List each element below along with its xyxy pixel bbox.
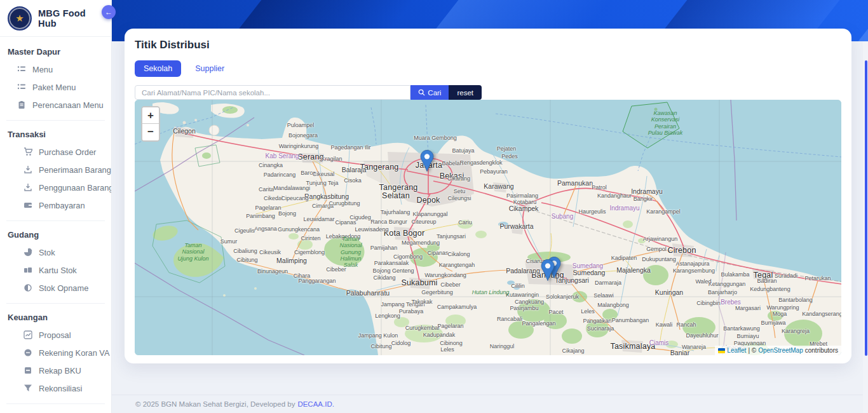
footer-text: © 2025 BGN Makan Sehat Bergizi, Develope… (135, 400, 295, 408)
scrollbar-thumb[interactable] (865, 60, 867, 356)
sidebar-section: KeuanganProposalRekening Koran VARekap B… (6, 303, 105, 402)
sidebar-item-penggunaan-barang[interactable]: Penggunaan Barang (6, 179, 105, 196)
penggunaan-barang-icon (23, 183, 32, 193)
sidebar-section: GudangStokKartu StokStok Opname (6, 220, 105, 302)
sidebar-item-label: Stok Opname (39, 283, 88, 293)
sidebar-item-label: Rekap BKU (39, 366, 81, 376)
tab-sekolah[interactable]: Sekolah (135, 60, 181, 77)
sidebar-nav: Master DapurMenuPaket MenuPerencanaan Me… (0, 37, 111, 413)
sidebar-item-stok[interactable]: Stok (6, 243, 105, 261)
attribution-separator: | © (748, 347, 756, 354)
sidebar-item-stok-opname[interactable]: Stok Opname (6, 279, 105, 297)
tab-supplier[interactable]: Supplier (186, 60, 233, 77)
sidebar-item-label: Paket Menu (32, 83, 76, 92)
sidebar-item-perencanaan-menu[interactable]: Perencanaan Menu (0, 96, 111, 114)
sidebar-item-penerimaan-barang[interactable]: Penerimaan Barang (6, 161, 105, 179)
sidebar: ★ MBG Food Hub Master DapurMenuPaket Men… (0, 0, 112, 413)
sidebar-section-label: Transaksi (6, 127, 105, 143)
sidebar-item-label: Stok (39, 248, 55, 257)
search-row: Cari reset (135, 85, 482, 100)
map-marker[interactable] (420, 150, 434, 172)
sidebar-item-label: Proposal (39, 330, 71, 340)
search-input[interactable] (135, 85, 410, 100)
sidebar-item-pembayaran[interactable]: Pembayaran (6, 196, 105, 214)
sidebar-item-label: Purchase Order (39, 147, 96, 157)
pembayaran-icon (23, 201, 32, 210)
leaflet-link[interactable]: Leaflet (727, 347, 746, 354)
sidebar-section-label: Laporan (6, 410, 105, 413)
app-logo-icon: ★ (8, 6, 32, 30)
footer: © 2025 BGN Makan Sehat Bergizi, Develope… (112, 395, 868, 413)
map-markers-layer (135, 100, 841, 355)
sidebar-item-label: Kartu Stok (39, 266, 77, 275)
sidebar-item-rekonsiliasi[interactable]: Rekonsiliasi (6, 379, 105, 397)
sidebar-item-rekening-koran-va[interactable]: Rekening Koran VA (6, 344, 105, 362)
sidebar-section-label: Keuangan (6, 310, 105, 326)
sidebar-item-label: Pembayaran (39, 201, 85, 210)
sidebar-item-label: Rekening Koran VA (39, 348, 109, 358)
rekening-koran-va-icon (23, 348, 32, 358)
sidebar-item-paket-menu[interactable]: Paket Menu (0, 78, 111, 96)
sidebar-collapse-button[interactable]: ← (102, 5, 116, 19)
kartu-stok-icon (23, 266, 32, 275)
sidebar-item-label: Penggunaan Barang (39, 183, 112, 193)
paket-menu-icon (17, 83, 26, 92)
sidebar-item-label: Rekonsiliasi (39, 384, 82, 393)
sidebar-item-label: Perencanaan Menu (32, 100, 104, 110)
distribution-map[interactable]: SerangTangerangJakartaBekasiTangerangSel… (135, 100, 841, 355)
openstreetmap-link[interactable]: OpenStreetMap (758, 347, 803, 354)
rekap-bku-icon (23, 366, 32, 376)
reset-button[interactable]: reset (449, 85, 482, 100)
sidebar-section: Laporan (6, 403, 105, 413)
purchase-order-icon (23, 147, 32, 157)
penerimaan-barang-icon (23, 165, 32, 175)
search-icon (418, 89, 425, 96)
zoom-out-button[interactable]: − (142, 124, 159, 140)
ukraine-flag-icon (718, 348, 725, 353)
content-card: Titik Distribusi SekolahSupplier Cari re… (125, 29, 851, 363)
proposal-icon (23, 330, 32, 340)
sidebar-item-proposal[interactable]: Proposal (6, 326, 105, 344)
app-title: MBG Food Hub (38, 8, 104, 29)
sidebar-item-rekap-bku[interactable]: Rekap BKU (6, 362, 105, 379)
zoom-in-button[interactable]: + (142, 107, 159, 124)
sidebar-item-label: Penerimaan Barang (39, 165, 111, 175)
brand: ★ MBG Food Hub (0, 0, 111, 37)
sidebar-section: TransaksiPurchase OrderPenerimaan Barang… (6, 120, 105, 219)
sidebar-section-label: Gudang (6, 227, 105, 243)
sidebar-section: Master DapurMenuPaket MenuPerencanaan Me… (0, 41, 111, 119)
search-button-label: Cari (428, 89, 441, 97)
menu-icon (17, 65, 26, 74)
map-attribution: Leaflet | © OpenStreetMap contributors (715, 346, 841, 355)
sidebar-item-label: Menu (32, 65, 53, 74)
tab-bar: SekolahSupplier (135, 60, 841, 77)
stok-icon (23, 248, 32, 257)
footer-link[interactable]: DECAA.ID. (297, 400, 334, 408)
map-zoom-control: + − (141, 106, 160, 142)
attribution-suffix: contributors (805, 347, 838, 354)
page-title: Titik Distribusi (135, 39, 841, 51)
search-button[interactable]: Cari (410, 85, 449, 100)
sidebar-item-kartu-stok[interactable]: Kartu Stok (6, 261, 105, 279)
sidebar-item-menu[interactable]: Menu (0, 60, 111, 78)
sidebar-item-purchase-order[interactable]: Purchase Order (6, 143, 105, 161)
perencanaan-menu-icon (17, 100, 26, 110)
map-marker[interactable] (541, 259, 555, 281)
stok-opname-icon (23, 283, 32, 293)
rekonsiliasi-icon (23, 384, 32, 393)
sidebar-section-label: Master Dapur (0, 44, 111, 60)
